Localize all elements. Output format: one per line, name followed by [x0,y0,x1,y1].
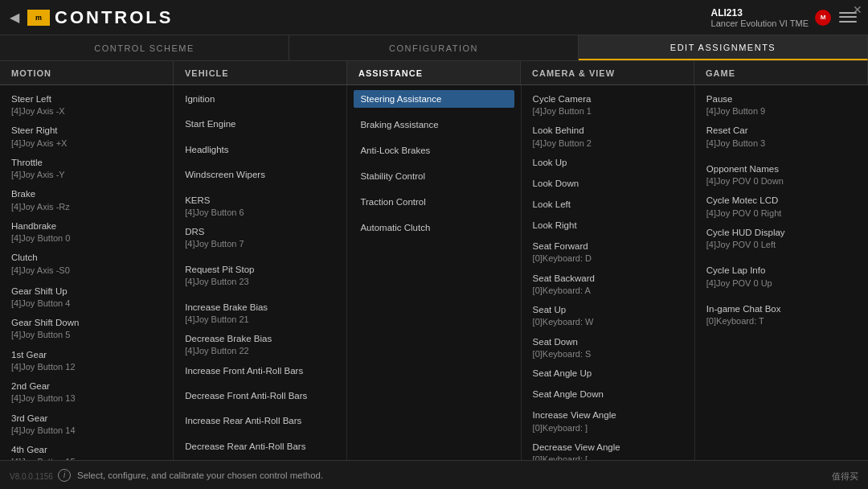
item-name: Ignition [185,92,335,105]
motion-item[interactable]: 1st Gear[4]Joy Button 12 [6,346,166,376]
item-name: Decrease Brake Bias [185,332,335,345]
camera-item[interactable]: Look Up [528,154,688,171]
camera-item[interactable]: Seat Forward[0]Keyboard: D [528,237,688,267]
item-binding: [4]Joy Button 6 [185,207,335,219]
item-binding: [4]Joy Axis -Y [11,169,162,181]
game-item[interactable]: Pause[4]Joy Button 9 [702,90,862,120]
category-motion[interactable]: MOTION [0,61,174,84]
motion-item[interactable]: Throttle[4]Joy Axis -Y [6,154,166,183]
motion-column: Steer Left[4]Joy Axis -XSteer Right[4]Jo… [0,85,174,460]
hint-text: Select, configure, and calibrate your ch… [77,471,323,480]
camera-item[interactable]: Look Down [528,175,688,192]
game-item[interactable]: Opponent Names[4]Joy POV 0 Down [702,160,862,190]
vehicle-item[interactable]: DRS[4]Joy Button 7 [180,223,340,253]
tab-control-scheme[interactable]: CONTROL SCHEME [0,35,289,60]
watermark: 值得买 [832,471,858,483]
item-binding: [4]Joy Button 15 [11,456,162,460]
version-text: V8.0.0.1156 [10,472,53,481]
motion-item[interactable]: Handbrake[4]Joy Button 0 [6,217,166,247]
motion-item[interactable]: 4th Gear[4]Joy Button 15 [6,441,166,460]
divider [702,154,862,158]
divider [354,109,514,114]
camera-item[interactable]: Cycle Camera[4]Joy Button 1 [528,90,688,120]
vehicle-item[interactable]: Decrease Brake Bias[4]Joy Button 22 [180,330,340,360]
divider [180,292,340,296]
tab-configuration[interactable]: CONFIGURATION [289,35,579,60]
camera-item[interactable]: Decrease View Angle[0]Keyboard: [ [528,438,688,460]
divider [180,406,340,410]
assistance-item[interactable]: Braking Assistance [354,116,514,134]
game-column: Pause[4]Joy Button 9Reset Car[4]Joy Butt… [695,85,868,460]
motion-item[interactable]: Gear Shift Up[4]Joy Button 4 [6,282,166,312]
item-name: Cycle HUD Display [706,226,857,239]
motion-item[interactable]: Brake[4]Joy Axis -Rz [6,185,166,215]
motion-item[interactable]: 3rd Gear[4]Joy Button 14 [6,409,166,439]
category-camera-view[interactable]: CAMERA & VIEW [521,61,694,84]
divider [354,135,514,140]
assistance-item[interactable]: Steering Assistance [354,90,514,108]
assistance-item[interactable]: Automatic Clutch [354,219,514,236]
divider [180,109,340,113]
item-binding: [0]Keyboard: S [533,348,683,360]
user-name: ALI213 [711,7,809,18]
tab-edit-assignments[interactable]: EDIT ASSIGNMENTS [579,35,868,60]
vehicle-item[interactable]: Windscreen Wipers [180,166,340,183]
controls-title: CONTROLS [55,7,173,28]
camera-item[interactable]: Look Behind[4]Joy Button 2 [528,121,688,151]
item-binding: [4]Joy Axis -Rz [11,201,162,213]
camera-item[interactable]: Increase View Angle[0]Keyboard: ] [528,406,688,436]
item-binding: [0]Keyboard: T [706,315,857,327]
game-item[interactable]: Cycle HUD Display[4]Joy POV 0 Left [702,224,862,253]
motion-item[interactable]: 2nd Gear[4]Joy Button 13 [6,377,166,407]
vehicle-item[interactable]: Decrease Rear Anti-Roll Bars [180,438,340,455]
item-binding: [0]Keyboard: ] [533,422,683,434]
divider [354,161,514,166]
category-game[interactable]: GAME [694,61,868,84]
assistance-item[interactable]: Traction Control [354,193,514,211]
camera-item[interactable]: Look Right [528,216,688,234]
camera-item[interactable]: Seat Down[0]Keyboard: S [528,333,688,363]
category-vehicle[interactable]: VEHICLE [174,61,347,84]
motion-item[interactable]: Clutch[4]Joy Axis -S0 [6,249,166,278]
camera-item[interactable]: Seat Backward[0]Keyboard: A [528,269,688,299]
bottombar: V8.0.0.1156 i Select, configure, and cal… [0,460,868,489]
vehicle-item[interactable]: Start Engine [180,115,340,133]
vehicle-item[interactable]: Increase Rear Anti-Roll Bars [180,412,340,429]
vehicle-item[interactable]: Request Pit Stop[4]Joy Button 23 [180,261,340,290]
motion-item[interactable]: Steer Left[4]Joy Axis -X [6,90,166,120]
item-binding: [0]Keyboard: W [533,316,683,328]
motion-item[interactable]: Gear Shift Down[4]Joy Button 5 [6,314,166,343]
vehicle-item[interactable]: Increase Front Anti-Roll Bars [180,362,340,380]
item-binding: [4]Joy Button 0 [11,232,162,244]
camera-item[interactable]: Seat Angle Down [528,385,688,403]
back-button[interactable]: ◀ [10,10,19,25]
category-assistance[interactable]: ASSISTANCE [347,61,521,84]
vehicle-item[interactable]: Increase Brake Bias[4]Joy Button 21 [180,298,340,328]
vehicle-item[interactable]: Decrease Front Anti-Roll Bars [180,387,340,405]
game-item[interactable]: Cycle Motec LCD[4]Joy POV 0 Right [702,191,862,221]
game-item[interactable]: Reset Car[4]Joy Button 3 [702,121,862,151]
close-button[interactable]: ✕ [849,2,866,18]
assistance-item[interactable]: Anti-Lock Brakes [354,142,514,159]
item-name: Increase Rear Anti-Roll Bars [185,414,335,427]
motion-item[interactable]: Steer Right[4]Joy Axis +X [6,121,166,151]
item-name: Look Right [533,219,683,232]
game-item[interactable]: In-game Chat Box[0]Keyboard: T [702,300,862,330]
camera-item[interactable]: Seat Up[0]Keyboard: W [528,301,688,331]
item-name: DRS [185,225,335,238]
vehicle-item[interactable]: Ignition [180,90,340,108]
assistance-item[interactable]: Stability Control [354,167,514,185]
category-headers: MOTION VEHICLE ASSISTANCE CAMERA & VIEW … [0,61,868,85]
divider [354,212,514,217]
camera-item[interactable]: Seat Angle Up [528,364,688,382]
item-name: Headlights [185,143,335,156]
item-binding: [4]Joy Axis -X [11,105,162,117]
vehicle-item[interactable]: KERS[4]Joy Button 6 [180,191,340,221]
item-name: Start Engine [185,117,335,130]
item-name: Clutch [11,251,162,264]
item-name: Cycle Lap Info [706,264,857,277]
game-item[interactable]: Cycle Lap Info[4]Joy POV 0 Up [702,261,862,291]
vehicle-item[interactable]: Headlights [180,141,340,158]
camera-item[interactable]: Look Left [528,195,688,213]
divider [180,135,340,139]
